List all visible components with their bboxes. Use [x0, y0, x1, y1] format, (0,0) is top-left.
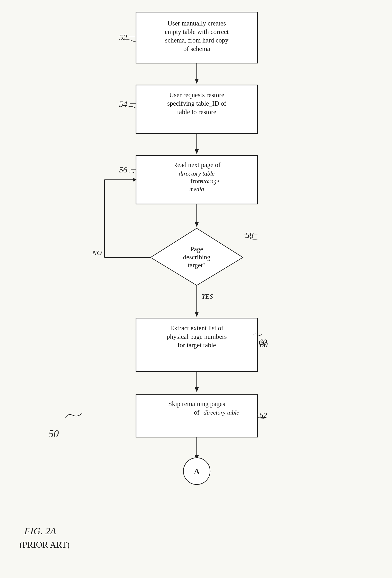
flowchart-container: 52 User manually creates empty table wit…	[0, 0, 392, 578]
node-62: 62 Skip remaining pages of directory tab…	[136, 395, 257, 437]
node-52: 52 User manually creates empty table wit…	[136, 12, 257, 63]
node-60: 60 Extract extent list of physical page …	[136, 318, 257, 372]
node-54: 54 User requests restore specifying tabl…	[136, 85, 257, 134]
node-56: 56 Read next page of directory table fro…	[136, 155, 257, 204]
node-58-diamond: 58 Page describing target?	[150, 228, 243, 285]
node-A-terminal: A	[183, 458, 210, 484]
